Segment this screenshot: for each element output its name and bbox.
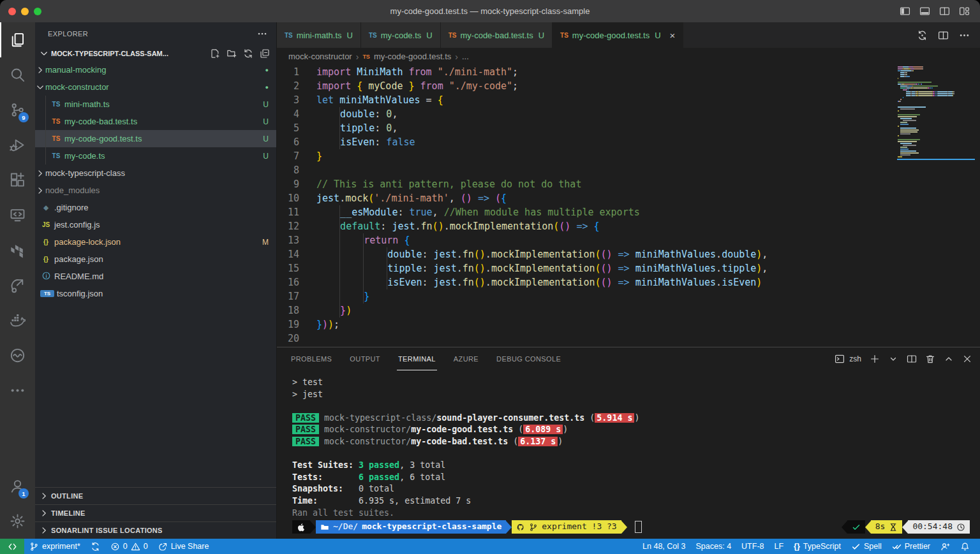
- status-feedback[interactable]: [935, 539, 955, 554]
- status-problems[interactable]: 00: [105, 539, 153, 554]
- more-editor-actions-icon[interactable]: [959, 30, 970, 41]
- kill-terminal-icon[interactable]: [925, 354, 935, 364]
- status-cursor-position[interactable]: Ln 48, Col 3: [637, 539, 690, 554]
- tree-item-my-code-good.test.ts[interactable]: TSmy-code-good.test.tsU: [35, 130, 276, 147]
- panel-tab-output[interactable]: OUTPUT: [348, 347, 382, 370]
- split-editor-icon[interactable]: [939, 6, 950, 17]
- section-timeline[interactable]: TIMELINE: [35, 504, 276, 521]
- tree-item-my-code.ts[interactable]: TSmy-code.tsU: [35, 147, 276, 164]
- code-line-10: 10jest.mock('./mini-math', () => ({: [277, 191, 980, 205]
- tree-item-.gitignore[interactable]: ◆.gitignore: [35, 199, 276, 216]
- tree-item-tsconfig.json[interactable]: TStsconfig.json: [35, 285, 276, 302]
- tree-item-my-code-bad.test.ts[interactable]: TSmy-code-bad.test.tsU: [35, 113, 276, 130]
- activity-additional-views[interactable]: [0, 373, 35, 408]
- breadcrumb[interactable]: mock-constructor›TSmy-code-good.test.ts›…: [277, 48, 980, 65]
- toggle-panel-icon[interactable]: [919, 6, 930, 17]
- panel-tab-problems[interactable]: PROBLEMS: [290, 347, 333, 370]
- tab-my-code-good.test.ts[interactable]: TSmy-code-good.test.tsU×: [553, 22, 683, 48]
- status-encoding[interactable]: UTF-8: [736, 539, 769, 554]
- section-outline[interactable]: OUTLINE: [35, 487, 276, 504]
- terminal-line: [292, 448, 970, 460]
- panel-tab-debug-console[interactable]: DEBUG CONSOLE: [495, 347, 562, 370]
- activity-live-share[interactable]: [0, 268, 35, 303]
- panel-tab-terminal[interactable]: TERMINAL: [397, 347, 437, 370]
- split-terminal-icon[interactable]: [907, 354, 917, 364]
- remote-sc-icon: [8, 542, 17, 551]
- tree-item-package.json[interactable]: {}package.json: [35, 251, 276, 268]
- section-sonarlint-issue-locations[interactable]: SONARLINT ISSUE LOCATIONS: [35, 521, 276, 539]
- new-terminal-icon[interactable]: [870, 354, 880, 364]
- status-git-branch[interactable]: expriment*: [24, 539, 85, 554]
- tree-item-label: jest.config.js: [54, 220, 100, 230]
- status-notifications[interactable]: [955, 539, 975, 554]
- activity-remote-explorer[interactable]: [0, 198, 35, 233]
- collapse-all-icon[interactable]: [260, 48, 270, 59]
- close-panel-icon[interactable]: [962, 354, 972, 364]
- activity-extensions[interactable]: [0, 163, 35, 198]
- activity-accounts[interactable]: 1: [0, 469, 35, 504]
- activity-search[interactable]: [0, 57, 35, 92]
- terminal-profile-dropdown-icon[interactable]: [888, 354, 898, 364]
- tree-item-manual-mocking[interactable]: manual-mocking●: [35, 61, 276, 78]
- breadcrumb-item[interactable]: my-code-good.test.ts: [374, 52, 451, 61]
- window-controls: [0, 8, 78, 15]
- activity-docker[interactable]: [0, 303, 35, 338]
- line-number: 13: [277, 233, 316, 247]
- status-prettier[interactable]: Prettier: [887, 539, 935, 554]
- terminal-actions: zsh: [835, 354, 972, 364]
- zoom-window-button[interactable]: [34, 8, 41, 15]
- customize-layout-icon[interactable]: [959, 6, 970, 17]
- tree-item-package-lock.json[interactable]: {}package-lock.jsonM: [35, 233, 276, 251]
- code-line-16: 16isEven: jest.fn().mockImplementation((…: [277, 275, 980, 289]
- breadcrumb-item[interactable]: ...: [462, 52, 469, 61]
- status-sync-changes[interactable]: [85, 539, 105, 554]
- status-indentation[interactable]: Spaces: 4: [691, 539, 737, 554]
- close-window-button[interactable]: [8, 8, 16, 15]
- activity-explorer[interactable]: [0, 22, 35, 57]
- status-spell-checker[interactable]: Spell: [846, 539, 887, 554]
- tab-my-code-bad.test.ts[interactable]: TSmy-code-bad.test.tsU: [441, 22, 553, 48]
- remote-indicator[interactable]: [0, 539, 24, 554]
- tree-item-jest.config.js[interactable]: JSjest.config.js: [35, 216, 276, 233]
- term-box-icon[interactable]: [835, 354, 845, 364]
- new-folder-icon[interactable]: [226, 48, 237, 59]
- more-actions-icon[interactable]: [257, 29, 267, 39]
- activity-source-control[interactable]: 9: [0, 92, 35, 128]
- status-eol[interactable]: LF: [769, 539, 789, 554]
- minimize-window-button[interactable]: [21, 8, 29, 15]
- shell-label[interactable]: zsh: [849, 354, 861, 363]
- activity-settings[interactable]: [0, 504, 35, 539]
- ts-orange-file-icon: TS: [449, 32, 457, 39]
- tab-mini-math.ts[interactable]: TSmini-math.tsU: [277, 22, 361, 48]
- minimap[interactable]: [897, 66, 975, 160]
- code-editor[interactable]: 1import MiniMath from "./mini-math";2imp…: [277, 65, 980, 347]
- close-tab-icon[interactable]: ×: [670, 31, 676, 40]
- refresh-icon[interactable]: [243, 48, 253, 59]
- panel-tab-azure[interactable]: AZURE: [452, 347, 480, 370]
- open-changes-icon[interactable]: [917, 30, 928, 41]
- tab-my-code.ts[interactable]: TSmy-code.tsU: [361, 22, 441, 48]
- toggle-sidebar-icon[interactable]: [900, 6, 910, 17]
- activity-terraform[interactable]: [0, 233, 35, 268]
- diamond-file-icon: ◆: [40, 204, 52, 211]
- maximize-panel-icon[interactable]: [944, 354, 954, 364]
- line-number: 4: [277, 107, 316, 121]
- tree-item-mock-constructor[interactable]: mock-constructor●: [35, 78, 276, 96]
- split-editor-icon[interactable]: [938, 30, 949, 41]
- tree-item-mini-math.ts[interactable]: TSmini-math.tsU: [35, 96, 276, 113]
- tree-item-README.md[interactable]: README.md: [35, 268, 276, 285]
- status-live-share[interactable]: Live Share: [153, 539, 214, 554]
- tree-item-node_modules[interactable]: node_modules: [35, 182, 276, 199]
- error-icon: [110, 542, 120, 551]
- code-line-20: 20: [277, 332, 980, 346]
- breadcrumb-item[interactable]: mock-constructor: [288, 52, 352, 61]
- activity-run-and-debug[interactable]: [0, 128, 35, 163]
- activity-sonarlint[interactable]: [0, 338, 35, 373]
- terminal-output[interactable]: > test> jestPASS mock-typescript-class/s…: [277, 370, 980, 539]
- line-number: 18: [277, 303, 316, 317]
- project-root-row[interactable]: MOCK-TYPESCRIPT-CLASS-SAM...: [35, 45, 276, 61]
- tree-item-mock-typescript-class[interactable]: mock-typescript-class: [35, 164, 276, 182]
- status-language-mode[interactable]: {}TypeScript: [789, 539, 846, 554]
- tree-item-label: node_modules: [45, 186, 100, 195]
- new-file-icon[interactable]: [210, 48, 220, 59]
